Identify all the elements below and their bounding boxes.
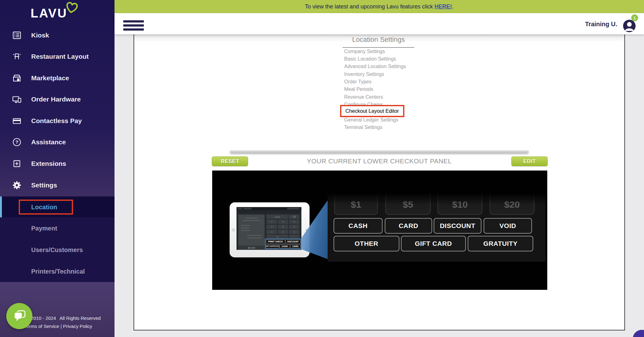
- ipad-screen: $ 6.00 Clear ⌫ 7 8 9 4 5 6: [237, 207, 301, 250]
- heart-icon: [64, 1, 79, 15]
- user-name[interactable]: Training U.: [585, 21, 617, 28]
- link-general-ledger[interactable]: General Ledger Settings: [344, 117, 398, 123]
- mini-print-check: PRINT CHECK: [266, 240, 285, 244]
- plus-square-icon: [12, 159, 22, 169]
- sidebar-item-label: Assistance: [31, 138, 66, 146]
- restaurant-layout-icon: [12, 52, 22, 62]
- sidebar-item-extensions[interactable]: Extensions: [0, 157, 115, 171]
- kiosk-icon: [12, 30, 22, 40]
- sidebar-item-printers-technical[interactable]: Printers/Technical: [0, 267, 115, 276]
- order-hardware-icon: [12, 94, 22, 104]
- sidebar-item-assistance[interactable]: ? Assistance: [0, 135, 115, 149]
- lavu-logo[interactable]: LAVU: [31, 6, 67, 20]
- link-basic-location[interactable]: Basic Location Settings: [344, 56, 396, 62]
- receipt-line: [243, 220, 260, 221]
- top-header: Training U. 1: [115, 13, 644, 34]
- receipt-line: [241, 230, 250, 231]
- avatar[interactable]: [623, 20, 636, 32]
- banner-text-after: .: [452, 3, 454, 10]
- sidebar-item-restaurant-layout[interactable]: Restaurant Layout: [0, 50, 115, 63]
- corner-widget-peek: [633, 330, 644, 337]
- checkout-layout-editor-highlight[interactable]: Checkout Layout Editor: [340, 105, 404, 117]
- sidebar-item-label: Contactless Pay: [31, 117, 82, 125]
- sidebar-item-marketplace[interactable]: Marketplace: [0, 71, 115, 85]
- sidebar-item-label: Extensions: [31, 160, 66, 167]
- sidebar-item-order-hardware[interactable]: Order Hardware: [0, 92, 115, 106]
- title-underline: [343, 47, 414, 48]
- receipt-total: $ 6.00: [238, 245, 265, 250]
- keypad-digit: 3: [289, 230, 300, 234]
- sidebar: LAVU Kiosk Restaurant Layout: [0, 0, 115, 337]
- sidebar-item-label: Order Hardware: [31, 96, 81, 103]
- pos-nav-chip: [287, 208, 300, 210]
- sidebar-item-contactless-pay[interactable]: Contactless Pay: [0, 114, 115, 128]
- lower-checkout-highlight: PRINT CHECK DISCOUNT GIFT CERTIFICATE CA…: [265, 239, 301, 249]
- sidebar-item-label: Settings: [31, 181, 57, 189]
- notification-badge: 1: [631, 14, 638, 21]
- link-meal-periods[interactable]: Meal Periods: [344, 87, 373, 92]
- chat-bubbles-icon: [12, 309, 27, 323]
- keypad-backspace: ⌫: [289, 215, 300, 219]
- app-root: LAVU Kiosk Restaurant Layout: [0, 0, 644, 337]
- location-settings-title: Location Settings: [336, 36, 421, 44]
- mini-cash: CASH: [280, 244, 290, 249]
- keypad-digit: 6: [289, 225, 300, 229]
- sidebar-item-label: Kiosk: [31, 32, 49, 39]
- link-inventory[interactable]: Inventory Settings: [344, 72, 384, 77]
- link-advanced-location[interactable]: Advanced Location Settings: [344, 64, 406, 69]
- checkout-panel-title: YOUR CURRENT LOWER CHECKOUT PANEL: [134, 157, 624, 165]
- banner-text-before: To view the latest and upcoming Lavu fea…: [305, 3, 434, 10]
- separator: |: [61, 324, 62, 329]
- sidebar-item-payment[interactable]: Payment: [0, 224, 115, 233]
- receipt-line: [241, 228, 249, 228]
- pos-receipt-panel: $ 6.00: [238, 215, 265, 250]
- link-order-types[interactable]: Order Types: [344, 79, 372, 85]
- link-terminal-settings[interactable]: Terminal Settings: [344, 125, 383, 130]
- hamburger-bar: [123, 24, 144, 27]
- mini-discount: DISCOUNT: [285, 240, 300, 244]
- checkout-panel-preview: $ 6.00 Clear ⌫ 7 8 9 4 5 6: [212, 171, 547, 290]
- sidebar-item-kiosk[interactable]: Kiosk: [0, 28, 115, 42]
- sidebar-subitem-label: Printers/Technical: [31, 268, 85, 275]
- keypad-clear: Clear: [266, 215, 288, 219]
- gear-icon: [12, 180, 22, 190]
- terms-of-service-link[interactable]: Terms of Service: [24, 324, 59, 329]
- keypad-digit: .: [289, 235, 300, 239]
- hamburger-menu-button[interactable]: [123, 20, 144, 32]
- sidebar-subitem-label: Users/Customers: [31, 246, 83, 254]
- credit-card-icon: [12, 116, 22, 126]
- keypad-digit: 9: [289, 220, 300, 224]
- preview-void-button: VOID: [484, 218, 532, 234]
- sidebar-item-settings[interactable]: Settings: [0, 178, 115, 192]
- sidebar-item-label: Marketplace: [31, 74, 69, 82]
- hamburger-bar: [123, 28, 144, 31]
- preview-gratuity-button: GRATUITY: [468, 236, 533, 251]
- mini-gift-certificate: GIFT CERTIFICATE: [266, 244, 279, 249]
- link-revenue-centers[interactable]: Revenue Centers: [344, 94, 383, 100]
- receipt-line: [241, 225, 250, 226]
- privacy-policy-link[interactable]: Privacy Policy: [63, 324, 92, 329]
- ipad-home-button: [232, 228, 235, 231]
- keypad-digit: 2: [278, 230, 288, 234]
- edit-button[interactable]: EDIT: [511, 156, 548, 166]
- pos-sub-bar: [237, 210, 301, 213]
- mini-card: CARD: [290, 244, 300, 249]
- question-circle-icon: ?: [12, 137, 22, 147]
- pos-nav-chip: [243, 208, 251, 210]
- preview-discount-button: DISCOUNT: [434, 218, 481, 234]
- keypad-digit: 0: [266, 235, 288, 239]
- link-company-settings[interactable]: Company Settings: [344, 49, 385, 54]
- receipt-line: [245, 218, 258, 218]
- sidebar-item-label: Restaurant Layout: [31, 53, 89, 60]
- rights-reserved: All Rights Reserved: [60, 315, 101, 321]
- keypad-digit: 1: [266, 230, 277, 234]
- marketplace-icon: [12, 73, 22, 83]
- svg-text:?: ?: [15, 139, 18, 145]
- sidebar-item-users-customers[interactable]: Users/Customers: [0, 245, 115, 255]
- preview-other-button: OTHER: [334, 236, 399, 251]
- banner-here-link[interactable]: HERE!: [435, 3, 452, 10]
- sidebar-subitem-label: Payment: [31, 225, 57, 232]
- chat-widget-button[interactable]: [6, 303, 32, 329]
- legal-links-line: Terms of Service | Privacy Policy: [24, 324, 92, 329]
- announcement-banner: To view the latest and upcoming Lavu fea…: [115, 0, 644, 13]
